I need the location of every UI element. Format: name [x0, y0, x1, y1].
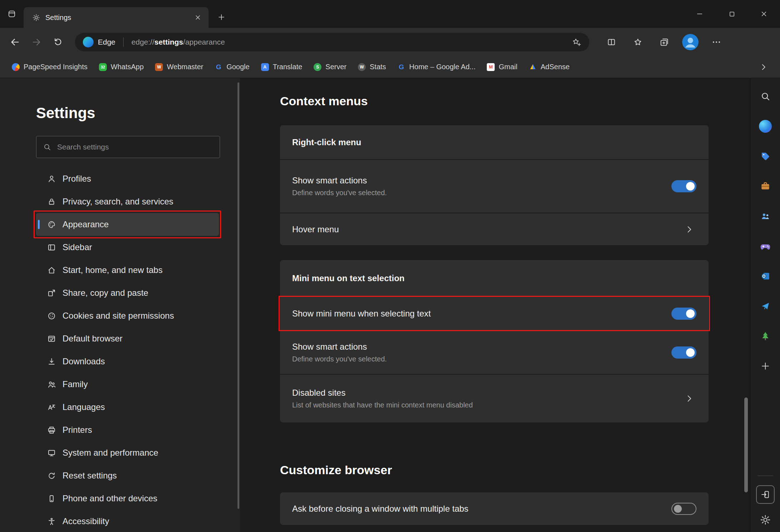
sidebar-item-reset[interactable]: Reset settings — [36, 464, 219, 487]
printer-icon — [47, 425, 56, 435]
outlook-button[interactable] — [758, 269, 772, 283]
profile-avatar[interactable] — [682, 34, 699, 50]
bookmark-google[interactable]: G Google — [210, 60, 254, 74]
sidebar-item-downloads[interactable]: Downloads — [36, 350, 219, 373]
section-title-context-menus: Context menus — [280, 94, 750, 108]
forward-button[interactable] — [27, 33, 46, 51]
card-header-label: Right-click menu — [292, 137, 361, 147]
sidebar-item-label: Downloads — [62, 356, 105, 366]
bookmark-label: Gmail — [499, 63, 517, 71]
close-button[interactable] — [748, 0, 780, 28]
address-bar[interactable]: Edge edge://settings/appearance — [75, 33, 589, 51]
show-mini-menu-toggle[interactable] — [671, 308, 696, 320]
edge-sidebar-settings-button[interactable] — [758, 513, 772, 527]
google-favicon-icon: G — [215, 63, 222, 71]
minimize-button[interactable] — [684, 0, 716, 28]
copilot-button[interactable] — [758, 120, 772, 133]
row-title: Ask before closing a window with multipl… — [292, 504, 469, 514]
right-click-menu-card: Right-click menu Show smart actions Defi… — [280, 125, 709, 245]
refresh-button[interactable] — [49, 33, 67, 51]
sidebar-item-languages[interactable]: Languages — [36, 396, 219, 419]
shopping-tag-icon — [760, 151, 771, 162]
sidebar-item-family[interactable]: Family — [36, 373, 219, 396]
bookmark-adsense[interactable]: AdSense — [524, 60, 574, 74]
sidebar-item-start-home[interactable]: Start, home, and new tabs — [36, 259, 219, 282]
sidebar-item-cookies[interactable]: Cookies and site permissions — [36, 304, 219, 327]
settings-and-more-button[interactable] — [708, 34, 725, 51]
reset-icon — [47, 471, 56, 481]
sidebar-item-phone[interactable]: Phone and other devices — [36, 487, 219, 510]
sidebar-item-label: Profiles — [62, 174, 91, 184]
sidebar-item-accessibility[interactable]: Accessibility — [36, 510, 219, 532]
gmail-favicon-icon: M — [487, 63, 495, 71]
settings-search-box[interactable] — [36, 136, 220, 158]
back-button[interactable] — [6, 33, 24, 51]
family-icon — [47, 380, 56, 389]
maximize-button[interactable] — [716, 0, 748, 28]
browser-tab-settings[interactable]: Settings — [24, 7, 209, 28]
sidebar-search-button[interactable] — [758, 90, 772, 103]
new-tab-button[interactable] — [211, 7, 231, 27]
sidebar-item-default-browser[interactable]: Default browser — [36, 327, 219, 350]
tree-planting-button[interactable] — [758, 329, 772, 343]
bookmarks-overflow-button[interactable] — [754, 60, 773, 74]
bookmark-server[interactable]: S Server — [309, 60, 351, 74]
browser-window: Settings — [0, 0, 780, 532]
shopping-button[interactable] — [758, 150, 772, 163]
card-header-row: Mini menu on text selection — [280, 260, 709, 296]
drop-button[interactable] — [758, 299, 772, 313]
games-button[interactable] — [758, 239, 772, 253]
tools-button[interactable] — [758, 179, 772, 193]
bookmark-pagespeed[interactable]: PageSpeed Insights — [7, 60, 92, 74]
bookmark-whatsapp[interactable]: 32 WhatsApp — [94, 60, 148, 74]
adsense-favicon-icon — [529, 63, 537, 71]
show-smart-actions-toggle-2[interactable] — [671, 346, 696, 359]
gear-icon — [760, 514, 771, 526]
favorites-button[interactable] — [629, 34, 646, 51]
bookmark-label: AdSense — [541, 63, 570, 71]
sidebar-item-label: Start, home, and new tabs — [62, 265, 162, 275]
bookmark-label: Webmaster — [167, 63, 203, 71]
chevron-right-icon — [684, 394, 694, 404]
bookmark-translate[interactable]: A Translate — [256, 60, 307, 74]
people-button[interactable] — [758, 209, 772, 223]
add-favorite-icon[interactable] — [571, 37, 581, 47]
sidebar-item-sidebar[interactable]: Sidebar — [36, 236, 219, 259]
share-icon — [47, 288, 56, 298]
open-panel-button[interactable] — [756, 485, 775, 504]
add-sidebar-item-button[interactable] — [758, 359, 772, 373]
collections-button[interactable] — [656, 34, 673, 51]
url-host: settings — [154, 38, 183, 46]
tab-close-button[interactable] — [192, 12, 204, 23]
sidebar-scrollbar[interactable] — [238, 82, 239, 509]
show-smart-actions-toggle[interactable] — [671, 180, 696, 192]
bookmark-home-google-ads[interactable]: G Home – Google Ad... — [393, 60, 480, 74]
search-input[interactable] — [56, 142, 213, 152]
row-title: Hover menu — [292, 224, 339, 234]
sidebar-item-appearance[interactable]: Appearance — [36, 213, 219, 236]
tab-actions-button[interactable] — [0, 0, 24, 28]
sidebar-item-label: Accessibility — [62, 516, 109, 526]
url-text: edge://settings/appearance — [131, 38, 225, 46]
settings-nav: Profiles Privacy, search, and services A… — [36, 167, 219, 532]
settings-sidebar: Settings Profiles Privacy, search, and s… — [0, 78, 240, 532]
bookmark-label: Translate — [273, 63, 302, 71]
sidebar-item-share-copy-paste[interactable]: Share, copy and paste — [36, 282, 219, 304]
bookmark-stats[interactable]: W Stats — [353, 60, 391, 74]
sidebar-item-profiles[interactable]: Profiles — [36, 167, 219, 190]
bookmark-webmaster[interactable]: W Webmaster — [150, 60, 208, 74]
disabled-sites-row[interactable]: Disabled sites List of websites that hav… — [280, 374, 709, 422]
ask-before-closing-toggle[interactable] — [671, 503, 696, 515]
row-subtitle: Define words you've selected. — [292, 189, 387, 197]
url-path: /appearance — [183, 38, 225, 46]
sidebar-item-system[interactable]: System and performance — [36, 441, 219, 464]
split-screen-button[interactable] — [603, 34, 620, 51]
sidebar-item-printers[interactable]: Printers — [36, 419, 219, 441]
people-icon — [760, 211, 771, 222]
phone-icon — [47, 494, 56, 503]
bookmark-gmail[interactable]: M Gmail — [482, 60, 522, 74]
content-scrollbar[interactable] — [744, 397, 748, 492]
hover-menu-row[interactable]: Hover menu — [280, 213, 709, 245]
search-icon — [43, 143, 51, 151]
sidebar-item-privacy[interactable]: Privacy, search, and services — [36, 190, 219, 213]
